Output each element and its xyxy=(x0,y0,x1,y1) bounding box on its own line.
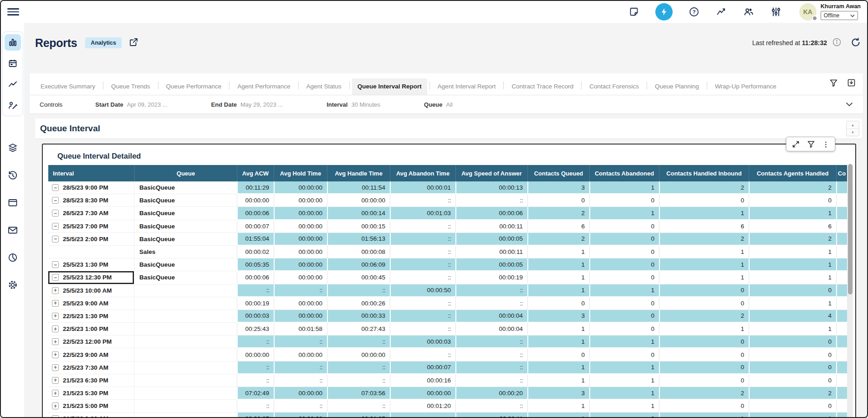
value-cell[interactable]: :: xyxy=(327,335,390,348)
column-header-contacts-abandoned[interactable]: Contacts Abandoned xyxy=(589,165,659,181)
value-cell[interactable]: 00:01:03 xyxy=(390,207,455,220)
value-cell[interactable]: 0 xyxy=(749,335,836,348)
expand-icon[interactable]: + xyxy=(52,364,59,371)
value-cell[interactable]: 00:01:20 xyxy=(390,400,455,413)
expand-icon[interactable]: + xyxy=(52,325,59,332)
value-cell[interactable]: 0 xyxy=(589,233,659,246)
info-icon[interactable] xyxy=(832,38,841,48)
value-cell[interactable]: 00:00:00 xyxy=(274,207,327,220)
value-cell[interactable]: 0 xyxy=(659,284,749,297)
value-cell[interactable]: 1 xyxy=(749,258,836,271)
value-cell[interactable]: 00:00:01 xyxy=(390,181,455,194)
value-cell[interactable]: 1 xyxy=(749,323,836,335)
collapse-icon[interactable]: − xyxy=(52,261,59,268)
value-cell[interactable]: 1 xyxy=(527,400,589,413)
value-cell[interactable]: :: xyxy=(455,400,527,413)
value-cell[interactable]: 1 xyxy=(527,361,589,374)
column-header-interval[interactable]: Interval xyxy=(48,165,134,181)
value-cell[interactable]: 00:00:00 xyxy=(274,413,327,418)
value-cell[interactable]: 0 xyxy=(659,348,749,361)
collapse-icon[interactable]: − xyxy=(52,223,59,230)
value-cell[interactable]: 00:00:14 xyxy=(327,207,390,220)
collapse-icon[interactable]: − xyxy=(52,236,59,243)
value-cell[interactable]: 00:00:00 xyxy=(274,348,327,361)
value-cell[interactable]: 0 xyxy=(527,297,589,310)
column-header-avg-acw[interactable]: Avg ACW xyxy=(237,165,274,181)
column-header-avg-handle-time[interactable]: Avg Handle Time xyxy=(327,165,390,181)
control-queue[interactable]: QueueAll xyxy=(424,101,453,108)
value-cell[interactable]: 6 xyxy=(659,220,749,233)
value-cell[interactable]: :: xyxy=(327,374,390,387)
value-cell[interactable]: 3 xyxy=(527,387,589,400)
tab-queue-interval-report[interactable]: Queue Interval Report xyxy=(352,78,427,95)
value-cell[interactable]: 00:01:25 xyxy=(327,413,390,418)
value-cell[interactable]: 2 xyxy=(749,181,836,194)
expand-icon[interactable]: + xyxy=(52,313,59,320)
tab-executive-summary[interactable]: Executive Summary xyxy=(35,78,101,95)
external-link-icon[interactable] xyxy=(129,37,138,49)
sidebar-item-layers[interactable] xyxy=(7,143,18,154)
sidebar-item-history[interactable] xyxy=(7,170,18,181)
interval-cell[interactable]: −25/5/23 12:30 PM xyxy=(48,271,134,284)
value-cell[interactable]: 0 xyxy=(659,400,749,413)
tab-queue-planning[interactable]: Queue Planning xyxy=(649,78,705,95)
queue-cell[interactable]: BasicQueue xyxy=(134,181,237,194)
value-cell[interactable]: 0 xyxy=(589,258,659,271)
interval-cell[interactable]: +22/5/23 1:30 PM xyxy=(48,310,134,323)
value-cell[interactable]: 0 xyxy=(589,220,659,233)
value-cell[interactable]: 00:00:00 xyxy=(274,271,327,284)
value-cell[interactable]: 01:56:13 xyxy=(327,233,390,246)
interval-cell[interactable]: +22/5/23 9:00 AM xyxy=(48,348,134,361)
value-cell[interactable]: 00:00:00 xyxy=(274,194,327,207)
value-cell[interactable]: 3 xyxy=(527,181,589,194)
value-cell[interactable]: 00:00:13 xyxy=(455,181,527,194)
queue-cell[interactable]: Sales xyxy=(134,246,237,258)
interval-cell[interactable]: −26/5/23 7:30 AM xyxy=(48,207,134,220)
users-icon[interactable] xyxy=(743,6,755,18)
sidebar-item-mail[interactable] xyxy=(7,225,18,236)
value-cell[interactable]: :: xyxy=(455,284,527,297)
value-cell[interactable]: 1 xyxy=(527,271,589,284)
value-cell[interactable]: 0 xyxy=(659,374,749,387)
value-cell[interactable]: 07:03:56 xyxy=(327,387,390,400)
interval-cell[interactable]: −28/5/23 9:00 PM xyxy=(48,181,134,194)
column-header-contacts-queued[interactable]: Contacts Queued xyxy=(527,165,589,181)
status-select[interactable]: Offline xyxy=(821,11,858,20)
value-cell[interactable]: 00:00:00 xyxy=(274,258,327,271)
sidebar-item-design[interactable] xyxy=(5,97,21,114)
queue-cell[interactable]: BasicQueue xyxy=(134,220,237,233)
expand-icon[interactable]: + xyxy=(52,403,59,409)
control-end-date[interactable]: End DateMay 29, 2023 ... xyxy=(211,101,283,108)
interval-cell[interactable]: +21/5/23 5:30 PM xyxy=(48,387,134,400)
value-cell[interactable]: 0 xyxy=(659,297,749,310)
value-cell[interactable]: :: xyxy=(390,323,455,335)
interval-cell[interactable]: +21/5/23 5:00 PM xyxy=(48,400,134,413)
value-cell[interactable]: 2 xyxy=(749,233,836,246)
control-interval[interactable]: Interval30 Minutes xyxy=(327,101,380,108)
expand-icon[interactable]: + xyxy=(52,287,59,294)
value-cell[interactable]: 1 xyxy=(749,413,836,418)
value-cell[interactable]: :: xyxy=(390,348,455,361)
value-cell[interactable]: 00:00:00 xyxy=(327,194,390,207)
queue-cell[interactable]: BasicQueue xyxy=(134,258,237,271)
sidebar-item-calendar[interactable] xyxy=(5,55,21,72)
value-cell[interactable]: 0 xyxy=(749,400,836,413)
queue-cell[interactable] xyxy=(134,387,237,400)
value-cell[interactable]: 2 xyxy=(527,233,589,246)
value-cell[interactable]: 1 xyxy=(527,374,589,387)
queue-cell[interactable] xyxy=(134,361,237,374)
value-cell[interactable]: 1 xyxy=(527,335,589,348)
value-cell[interactable]: :: xyxy=(455,348,527,361)
value-cell[interactable]: :: xyxy=(327,361,390,374)
value-cell[interactable]: 00:00:06 xyxy=(237,271,274,284)
value-cell[interactable]: :: xyxy=(390,233,455,246)
value-cell[interactable]: :: xyxy=(237,284,274,297)
value-cell[interactable]: 00:00:00 xyxy=(274,310,327,323)
value-cell[interactable]: 0 xyxy=(589,323,659,335)
interval-cell[interactable]: −28/5/23 8:30 PM xyxy=(48,194,134,207)
queue-cell[interactable] xyxy=(134,310,237,323)
value-cell[interactable]: 0 xyxy=(659,335,749,348)
value-cell[interactable]: 00:00:19 xyxy=(237,297,274,310)
value-cell[interactable]: 1 xyxy=(527,258,589,271)
sidebar-item-gear[interactable] xyxy=(7,279,18,290)
